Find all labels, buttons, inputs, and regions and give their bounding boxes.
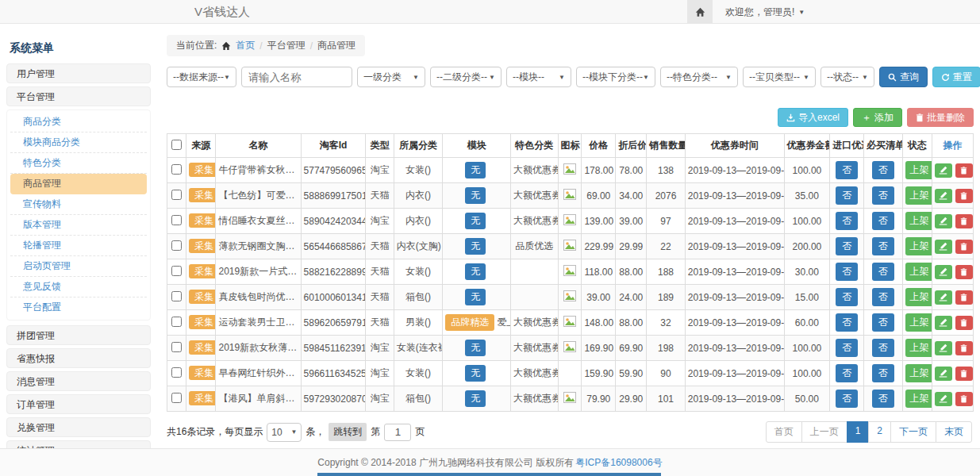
per-page-select[interactable]: 10 ▼ [267, 423, 302, 442]
edit-button[interactable] [935, 367, 952, 381]
sidebar-submenu-item[interactable]: 特色分类 [10, 153, 147, 174]
must-buy-badge[interactable]: 否 [872, 313, 894, 332]
import-select-badge[interactable]: 否 [836, 364, 858, 382]
delete-button[interactable] [955, 367, 973, 381]
row-checkbox[interactable] [171, 317, 182, 327]
import-select-badge[interactable]: 否 [836, 390, 858, 408]
jump-button[interactable]: 跳转到 [329, 423, 367, 441]
home-button[interactable] [687, 0, 713, 24]
name-input[interactable] [241, 67, 352, 87]
filter-select[interactable]: --模块下分类-- ▼ [576, 67, 655, 87]
sidebar-group[interactable]: 拼团管理 [6, 325, 151, 345]
sidebar-group[interactable]: 订单管理 [6, 394, 151, 414]
row-checkbox[interactable] [171, 266, 182, 276]
status-badge[interactable]: 上架 [905, 313, 932, 332]
import-excel-button[interactable]: 导入excel [778, 108, 848, 127]
breadcrumb-home-link[interactable]: 首页 [236, 39, 255, 52]
page-button[interactable]: 下一页 [890, 421, 936, 443]
edit-button[interactable] [935, 214, 952, 228]
delete-button[interactable] [955, 214, 973, 228]
row-checkbox[interactable] [171, 342, 182, 352]
import-select-badge[interactable]: 否 [836, 339, 858, 357]
import-select-badge[interactable]: 否 [836, 313, 858, 332]
edit-button[interactable] [935, 189, 952, 203]
sidebar-submenu-item[interactable]: 平台配置 [10, 298, 147, 318]
edit-button[interactable] [935, 316, 952, 330]
status-badge[interactable]: 上架 [905, 186, 932, 205]
status-badge[interactable]: 上架 [905, 212, 932, 230]
import-select-badge[interactable]: 否 [836, 161, 858, 179]
row-checkbox[interactable] [171, 291, 182, 301]
select-all-checkbox[interactable] [171, 140, 182, 150]
sidebar-submenu-item[interactable]: 宣传物料 [10, 194, 147, 215]
row-checkbox[interactable] [171, 367, 182, 378]
page-button[interactable]: 上一页 [801, 421, 847, 443]
sidebar-submenu-item[interactable]: 模块商品分类 [10, 132, 147, 153]
edit-button[interactable] [935, 341, 952, 355]
sidebar-group[interactable]: 消息管理 [6, 371, 151, 391]
edit-button[interactable] [935, 163, 952, 178]
sidebar-group[interactable]: 用户管理 [6, 63, 151, 83]
sidebar-submenu-item[interactable]: 商品管理 [10, 174, 147, 194]
status-badge[interactable]: 上架 [905, 263, 932, 281]
sidebar-group[interactable]: 兑换管理 [6, 417, 151, 437]
status-badge[interactable]: 上架 [905, 161, 932, 179]
row-checkbox[interactable] [171, 240, 182, 251]
filter-select[interactable]: --二级分类-- ▼ [430, 67, 502, 87]
delete-button[interactable] [955, 341, 973, 355]
must-buy-badge[interactable]: 否 [872, 263, 894, 281]
must-buy-badge[interactable]: 否 [872, 161, 894, 179]
must-buy-badge[interactable]: 否 [872, 390, 894, 408]
filter-select[interactable]: --宝贝类型-- ▼ [743, 67, 816, 87]
batch-delete-button[interactable]: 批量删除 [907, 108, 974, 127]
page-button[interactable]: 首页 [766, 421, 802, 443]
status-badge[interactable]: 上架 [905, 364, 932, 382]
import-select-badge[interactable]: 否 [836, 288, 858, 306]
icp-link[interactable]: 粤ICP备16098006号 [575, 456, 662, 470]
data-source-select[interactable]: --数据来源-- ▼ [167, 67, 236, 87]
sidebar-submenu-item[interactable]: 商品分类 [10, 112, 147, 132]
delete-button[interactable] [955, 163, 973, 178]
filter-select[interactable]: --模块-- ▼ [506, 67, 571, 87]
edit-button[interactable] [935, 265, 952, 279]
user-menu[interactable]: 欢迎您，管理员! ▼ [725, 6, 805, 19]
page-button[interactable]: 1 [847, 421, 870, 443]
sidebar-group[interactable]: 省惠快报 [6, 348, 151, 368]
sidebar-submenu-item[interactable]: 意见反馈 [10, 277, 147, 298]
edit-button[interactable] [935, 290, 952, 305]
page-button[interactable]: 2 [868, 421, 891, 443]
delete-button[interactable] [955, 316, 973, 330]
delete-button[interactable] [955, 290, 973, 305]
delete-button[interactable] [955, 392, 973, 406]
must-buy-badge[interactable]: 否 [872, 186, 894, 205]
add-button[interactable]: ＋ 添加 [853, 108, 902, 127]
must-buy-badge[interactable]: 否 [872, 237, 894, 255]
delete-button[interactable] [955, 265, 973, 279]
delete-button[interactable] [955, 240, 973, 254]
reset-button[interactable]: 重置 [932, 67, 980, 87]
page-button[interactable]: 末页 [936, 421, 972, 443]
status-badge[interactable]: 上架 [905, 390, 932, 408]
page-number-input[interactable] [384, 424, 411, 441]
row-checkbox[interactable] [171, 164, 182, 175]
delete-button[interactable] [955, 189, 973, 203]
import-select-badge[interactable]: 否 [836, 212, 858, 230]
sidebar-submenu-item[interactable]: 轮播管理 [10, 236, 147, 256]
import-select-badge[interactable]: 否 [836, 263, 858, 281]
status-badge[interactable]: 上架 [905, 339, 932, 357]
row-checkbox[interactable] [171, 190, 182, 200]
sidebar-group[interactable]: 平台管理 [6, 86, 151, 106]
must-buy-badge[interactable]: 否 [872, 364, 894, 382]
search-button[interactable]: 查询 [879, 67, 928, 87]
status-badge[interactable]: 上架 [905, 237, 932, 255]
import-select-badge[interactable]: 否 [836, 186, 858, 205]
import-select-badge[interactable]: 否 [836, 237, 858, 255]
must-buy-badge[interactable]: 否 [872, 339, 894, 357]
filter-select[interactable]: 一级分类 ▼ [357, 67, 425, 87]
edit-button[interactable] [935, 392, 952, 406]
sidebar-submenu-item[interactable]: 版本管理 [10, 215, 147, 236]
must-buy-badge[interactable]: 否 [872, 212, 894, 230]
status-badge[interactable]: 上架 [905, 288, 932, 306]
must-buy-badge[interactable]: 否 [872, 288, 894, 306]
filter-select[interactable]: --特色分类-- ▼ [660, 67, 738, 87]
